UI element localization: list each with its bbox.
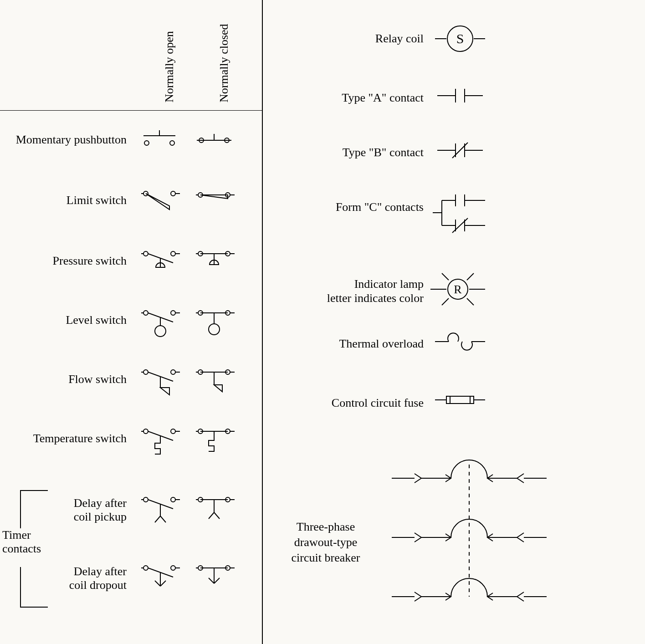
row-label-level-switch: Level switch — [4, 313, 127, 327]
symbol-pressure-switch-no — [137, 244, 182, 280]
horizontal-divider — [0, 110, 262, 111]
symbol-flow-switch-no — [137, 362, 182, 401]
symbol-level-switch-no — [137, 303, 182, 342]
svg-line-75 — [160, 516, 166, 522]
label-control-circuit-fuse: Control circuit fuse — [292, 396, 424, 410]
svg-point-69 — [171, 497, 175, 502]
row-label-limit-switch: Limit switch — [4, 194, 127, 207]
row-label-temperature-switch: Temperature switch — [4, 432, 127, 445]
symbol-three-phase-breaker — [387, 451, 551, 615]
label-thermal-overload: Thermal overload — [292, 337, 424, 351]
label-form-c-contacts: Form "C" contacts — [292, 200, 424, 214]
svg-point-31 — [171, 311, 175, 315]
svg-line-83 — [214, 512, 220, 519]
row-label-momentary-pushbutton: Momentary pushbutton — [4, 133, 127, 147]
svg-line-91 — [160, 581, 166, 586]
label-type-a-contact: Type "A" contact — [292, 91, 424, 105]
label-relay-coil: Relay coil — [292, 32, 424, 46]
svg-line-130 — [467, 298, 474, 305]
symbol-momentary-pushbutton-nc — [191, 122, 237, 149]
svg-point-0 — [144, 141, 149, 145]
svg-marker-12 — [146, 194, 169, 210]
symbol-type-a-contact — [435, 84, 485, 107]
timer-bracket-icon — [16, 490, 52, 608]
svg-marker-50 — [160, 388, 169, 395]
svg-point-30 — [143, 311, 148, 315]
svg-point-85 — [171, 566, 175, 570]
svg-line-129 — [442, 298, 449, 305]
symbol-type-b-contact — [435, 139, 485, 162]
symbol-delay-dropout-nc — [191, 558, 237, 597]
svg-point-58 — [143, 429, 148, 434]
label-indicator-lamp: Indicator lamp letter indicates color — [282, 277, 424, 305]
svg-point-45 — [171, 370, 175, 374]
symbol-thermal-overload — [433, 330, 487, 353]
symbol-delay-dropout-no — [137, 558, 182, 597]
svg-line-74 — [155, 516, 160, 522]
symbol-temperature-switch-no — [137, 421, 182, 465]
svg-line-128 — [467, 273, 474, 280]
svg-point-1 — [170, 141, 174, 145]
symbol-control-circuit-fuse — [433, 391, 487, 409]
svg-line-99 — [214, 578, 220, 583]
diagram-page: Normally open Normally closed Momentary … — [0, 0, 645, 644]
row-label-flow-switch: Flow switch — [4, 373, 127, 386]
symbol-indicator-lamp: R — [428, 264, 487, 314]
svg-line-82 — [209, 512, 214, 519]
symbol-delay-pickup-nc — [191, 490, 237, 528]
svg-point-84 — [143, 566, 148, 570]
svg-point-19 — [171, 251, 175, 256]
symbol-temperature-switch-nc — [191, 421, 237, 465]
symbol-relay-coil: S — [433, 23, 487, 55]
symbol-limit-switch-no — [137, 182, 182, 214]
svg-line-98 — [209, 578, 214, 583]
svg-point-18 — [143, 251, 148, 256]
column-header-normally-open: Normally open — [163, 31, 176, 102]
svg-marker-17 — [200, 195, 228, 199]
symbol-limit-switch-nc — [191, 182, 237, 214]
svg-marker-57 — [214, 385, 222, 392]
label-type-b-contact: Type "B" contact — [292, 146, 424, 159]
vertical-divider — [262, 0, 263, 644]
svg-point-44 — [143, 370, 148, 374]
symbol-pressure-switch-nc — [191, 244, 237, 280]
svg-text:S: S — [456, 31, 464, 46]
svg-text:R: R — [454, 283, 462, 296]
symbol-form-c-contacts — [430, 189, 490, 239]
symbol-flow-switch-nc — [191, 362, 237, 401]
svg-point-68 — [143, 497, 148, 502]
label-three-phase-breaker: Three-phase drawout-type circuit breaker — [269, 519, 383, 565]
svg-point-9 — [171, 191, 175, 196]
symbol-level-switch-nc — [191, 303, 237, 342]
svg-point-36 — [155, 326, 166, 337]
svg-line-90 — [155, 581, 160, 586]
svg-point-59 — [171, 429, 175, 434]
symbol-delay-pickup-no — [137, 490, 182, 528]
row-label-pressure-switch: Pressure switch — [4, 254, 127, 268]
symbol-momentary-pushbutton-no — [137, 122, 182, 149]
column-header-normally-closed: Normally closed — [217, 24, 231, 102]
svg-point-43 — [209, 324, 220, 335]
svg-line-127 — [442, 273, 449, 280]
